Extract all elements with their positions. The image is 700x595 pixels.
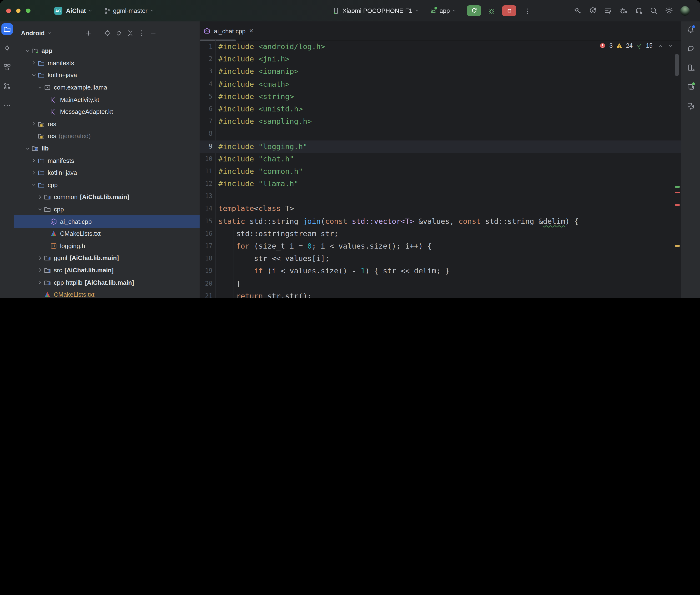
tree-item-cmakelists-txt[interactable]: CMakeLists.txt <box>14 289 200 298</box>
gradle-tool-icon[interactable] <box>685 43 696 54</box>
tree-item-res[interactable]: res <box>14 118 200 130</box>
code-line-14[interactable]: 14template<class T> <box>200 203 681 215</box>
next-problem-icon[interactable] <box>668 44 673 48</box>
more-run-options-icon[interactable]: ⋮ <box>524 7 531 15</box>
project-view-selector[interactable]: Android <box>21 30 45 37</box>
stop-app-button[interactable] <box>502 5 516 16</box>
tree-item-cpp[interactable]: cpp <box>14 179 200 191</box>
code-line-21[interactable]: 21 return str.str(); <box>200 290 681 298</box>
expand-all-icon[interactable] <box>115 30 122 37</box>
tree-item-ggml[interactable]: ggml[AiChat.lib.main] <box>14 252 200 264</box>
close-window-button[interactable] <box>6 8 11 13</box>
chevron-right-icon[interactable] <box>31 170 38 175</box>
editor-tab[interactable]: C+ ai_chat.cpp ✕ <box>200 22 259 40</box>
tree-item-src[interactable]: src[AiChat.lib.main] <box>14 264 200 276</box>
code-line-10[interactable]: 10#include "chat.h" <box>200 152 681 165</box>
tree-item-common[interactable]: common[AiChat.lib.main] <box>14 191 200 203</box>
tree-item-cpp[interactable]: cpp <box>14 203 200 215</box>
tree-item-ai-chat-cpp[interactable]: C+ai_chat.cpp <box>14 216 200 228</box>
tree-item-manifests[interactable]: manifests <box>14 154 200 167</box>
hide-panel-icon[interactable] <box>149 30 157 37</box>
stripe-mark-error[interactable] <box>675 204 680 205</box>
add-icon[interactable] <box>85 30 92 37</box>
gradle-sync-icon[interactable] <box>635 7 643 15</box>
chevron-down-icon[interactable] <box>25 48 31 54</box>
tree-item-com-example-llama[interactable]: com.example.llama <box>14 81 200 93</box>
stripe-mark-warning[interactable] <box>675 245 680 247</box>
tree-item-lib[interactable]: lib <box>14 142 200 154</box>
structure-tool-icon[interactable] <box>1 61 13 73</box>
project-name[interactable]: AiChat <box>66 7 86 14</box>
code-line-2[interactable]: 2#include <jni.h> <box>200 53 681 65</box>
locate-file-icon[interactable] <box>104 30 111 37</box>
code-line-7[interactable]: 7#include <sampling.h> <box>200 115 681 128</box>
code-line-17[interactable]: 17 for (size_t i = 0; i < values.size();… <box>200 240 681 252</box>
tree-item-kotlin-java[interactable]: kotlin+java <box>14 167 200 179</box>
code-line-3[interactable]: 3#include <iomanip> <box>200 65 681 78</box>
device-selector[interactable]: Xiaomi POCOPHONE F1 <box>333 7 419 14</box>
tree-item-logging-h[interactable]: Hlogging.h <box>14 240 200 252</box>
code-line-13[interactable]: 13 <box>200 190 681 203</box>
inspections-widget[interactable]: 3 24 15 <box>599 42 673 49</box>
tree-item-kotlin-java[interactable]: kotlin+java <box>14 69 200 81</box>
tree-item-mainactivity-kt[interactable]: MainActivity.kt <box>14 93 200 106</box>
restore-run-tasks-icon[interactable] <box>604 7 612 15</box>
tree-item-res[interactable]: res(generated) <box>14 130 200 142</box>
user-avatar[interactable] <box>680 6 690 16</box>
device-manager-tool-icon[interactable] <box>685 62 696 73</box>
collapse-all-icon[interactable] <box>127 30 134 37</box>
minimize-window-button[interactable] <box>16 8 21 13</box>
editor-scrollbar-thumb[interactable] <box>675 54 679 76</box>
chevron-down-icon[interactable] <box>25 145 31 151</box>
close-tab-icon[interactable]: ✕ <box>249 28 254 34</box>
chevron-right-icon[interactable] <box>31 121 38 127</box>
stripe-mark-green[interactable] <box>675 186 680 188</box>
code-line-5[interactable]: 5#include <string> <box>200 90 681 103</box>
code-line-4[interactable]: 4#include <cmath> <box>200 78 681 90</box>
chevron-right-icon[interactable] <box>37 267 44 273</box>
code-line-19[interactable]: 19 if (i < values.size() - 1) { str << d… <box>200 265 681 277</box>
chevron-right-icon[interactable] <box>37 255 44 261</box>
more-tool-windows-icon[interactable] <box>1 100 13 111</box>
zoom-window-button[interactable] <box>26 8 30 13</box>
more-options-icon[interactable] <box>138 30 145 37</box>
tree-item-manifests[interactable]: manifests <box>14 57 200 69</box>
chevron-down-icon[interactable] <box>31 73 38 78</box>
attach-debugger-icon[interactable] <box>619 7 627 15</box>
project-tool-icon[interactable] <box>1 23 13 35</box>
gemini-tool-icon[interactable] <box>685 100 696 111</box>
commit-tool-icon[interactable] <box>1 42 13 54</box>
code-line-15[interactable]: 15static std::string join(const std::vec… <box>200 215 681 227</box>
run-config-selector[interactable]: app <box>429 7 456 14</box>
code-line-9[interactable]: 9#include "logging.h" <box>200 140 681 152</box>
chevron-right-icon[interactable] <box>37 194 44 200</box>
prev-problem-icon[interactable] <box>658 44 663 48</box>
chevron-down-icon[interactable] <box>37 85 44 90</box>
tree-item-cpp-httplib[interactable]: cpp-httplib[AiChat.lib.main] <box>14 277 200 289</box>
search-everywhere-icon[interactable] <box>650 7 658 15</box>
chevron-right-icon[interactable] <box>37 280 44 285</box>
debug-app-icon[interactable] <box>488 7 496 15</box>
stripe-mark-error[interactable] <box>675 192 680 193</box>
code-line-8[interactable]: 8 <box>200 128 681 140</box>
code-line-16[interactable]: 16 std::ostringstream str; <box>200 228 681 240</box>
tree-item-cmakelists-txt[interactable]: CMakeLists.txt <box>14 228 200 240</box>
code-line-6[interactable]: 6#include <unistd.h> <box>200 103 681 115</box>
code-line-11[interactable]: 11#include "common.h" <box>200 165 681 178</box>
code-area[interactable]: 1#include <android/log.h>2#include <jni.… <box>200 40 681 298</box>
tree-item-messageadapter-kt[interactable]: MessageAdapter.kt <box>14 106 200 118</box>
code-line-20[interactable]: 20 } <box>200 277 681 290</box>
apply-changes-icon[interactable]: A <box>589 7 597 15</box>
tree-item-app[interactable]: app <box>14 45 200 57</box>
chevron-right-icon[interactable] <box>31 60 38 66</box>
branch-selector[interactable]: ggml-master <box>104 7 155 14</box>
code-line-18[interactable]: 18 str << values[i]; <box>200 252 681 265</box>
running-devices-tool-icon[interactable] <box>685 81 696 92</box>
code-line-12[interactable]: 12#include "llama.h" <box>200 178 681 190</box>
settings-icon[interactable] <box>665 7 673 15</box>
chevron-right-icon[interactable] <box>31 158 38 163</box>
pull-requests-tool-icon[interactable] <box>1 81 13 92</box>
notifications-icon[interactable] <box>685 24 696 35</box>
rerun-app-button[interactable] <box>467 5 481 16</box>
chevron-down-icon[interactable] <box>31 182 38 188</box>
